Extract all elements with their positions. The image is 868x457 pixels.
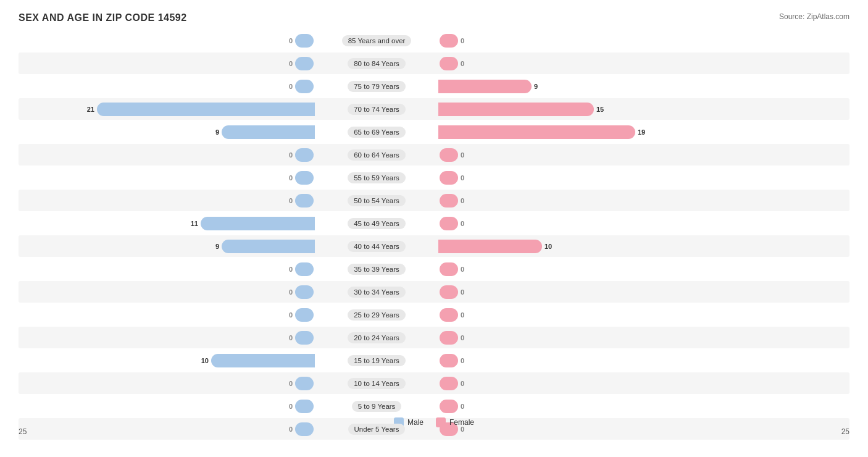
male-bar-zero	[295, 80, 314, 93]
male-bar-zero	[295, 285, 314, 299]
table-row: 1145 to 49 Years0	[19, 212, 849, 234]
female-value-label: 0	[461, 357, 464, 364]
right-bar-area: 10	[438, 235, 735, 257]
right-bar-area: 0	[438, 52, 735, 74]
table-row: 965 to 69 Years19	[19, 121, 849, 143]
female-value-label: 0	[461, 60, 464, 67]
age-label-area: 20 to 24 Years	[315, 332, 438, 343]
male-value-label: 0	[289, 83, 293, 90]
age-label: 45 to 49 Years	[348, 218, 406, 229]
female-value-label: 0	[461, 311, 464, 319]
left-bar-area: 0	[19, 372, 315, 394]
left-bar-area: 0	[19, 327, 315, 348]
left-bar-area: 0	[19, 30, 315, 51]
table-row: 030 to 34 Years0	[19, 281, 849, 303]
left-bar-area: 9	[19, 235, 315, 257]
male-value-label: 0	[289, 334, 293, 342]
left-bar-area: 0	[19, 304, 315, 325]
male-value-label: 0	[289, 197, 293, 204]
right-bar-area: 15	[438, 98, 735, 120]
male-bar-zero	[295, 331, 314, 345]
male-bar-zero	[295, 148, 314, 162]
male-value-label: 11	[191, 220, 198, 227]
table-row: 05 to 9 Years0	[19, 395, 849, 417]
female-bar	[438, 240, 542, 253]
age-label: 5 to 9 Years	[352, 401, 402, 412]
age-label-area: 40 to 44 Years	[315, 241, 438, 252]
age-label: 75 to 79 Years	[348, 81, 406, 92]
male-bar	[211, 354, 315, 367]
male-bar	[222, 240, 315, 253]
male-value-label: 0	[289, 60, 293, 67]
right-bar-area: 0	[438, 144, 735, 166]
table-row: 010 to 14 Years0	[19, 372, 849, 394]
female-bar-zero	[440, 400, 458, 413]
male-value-label: 0	[289, 151, 293, 159]
axis-left-label: 25	[19, 427, 27, 436]
age-label: 40 to 44 Years	[348, 241, 406, 252]
chart-area: 085 Years and over0080 to 84 Years0075 t…	[19, 30, 849, 413]
age-label: 80 to 84 Years	[348, 58, 406, 69]
age-label-area: Under 5 Years	[315, 424, 438, 435]
table-row: 060 to 64 Years0	[19, 144, 849, 166]
female-value-label: 10	[545, 243, 552, 250]
female-bar-zero	[440, 34, 458, 48]
left-bar-area: 0	[19, 395, 315, 417]
female-bar	[438, 103, 594, 116]
female-value-label: 0	[461, 220, 464, 227]
age-label-area: 45 to 49 Years	[315, 218, 438, 229]
age-label-area: 25 to 29 Years	[315, 309, 438, 321]
female-bar-zero	[440, 331, 458, 345]
age-label: 35 to 39 Years	[348, 264, 406, 275]
age-label-area: 15 to 19 Years	[315, 355, 438, 366]
right-bar-area: 0	[438, 281, 735, 303]
age-label: 10 to 14 Years	[348, 378, 406, 389]
female-value-label: 0	[461, 197, 464, 204]
axis-right-label: 25	[841, 427, 849, 436]
source-label: Source: ZipAtlas.com	[779, 12, 849, 21]
female-value-label: 9	[534, 83, 538, 90]
female-value-label: 0	[461, 151, 464, 159]
table-row: 075 to 79 Years9	[19, 75, 849, 97]
female-value-label: 19	[638, 128, 645, 136]
female-bar-zero	[440, 354, 458, 367]
male-bar-zero	[295, 171, 314, 185]
male-bar-zero	[295, 400, 314, 413]
left-bar-area: 11	[19, 212, 315, 234]
age-label: 65 to 69 Years	[348, 127, 406, 138]
female-value-label: 0	[461, 288, 464, 296]
male-value-label: 10	[201, 357, 209, 364]
right-bar-area: 0	[438, 30, 735, 51]
age-label: 85 Years and over	[342, 35, 412, 46]
female-bar-zero	[440, 217, 458, 230]
age-label-area: 60 to 64 Years	[315, 149, 438, 161]
female-value-label: 0	[461, 334, 464, 342]
table-row: 035 to 39 Years0	[19, 258, 849, 280]
male-bar	[201, 217, 315, 230]
left-bar-area: 0	[19, 167, 315, 188]
male-value-label: 0	[289, 311, 293, 319]
age-label-area: 50 to 54 Years	[315, 195, 438, 206]
female-bar-zero	[440, 171, 458, 185]
age-label: Under 5 Years	[348, 424, 406, 435]
female-value-label: 0	[461, 403, 464, 410]
left-bar-area: 0	[19, 190, 315, 211]
table-row: 020 to 24 Years0	[19, 327, 849, 348]
age-label-area: 10 to 14 Years	[315, 378, 438, 389]
left-bar-area: 0	[19, 144, 315, 166]
age-label: 30 to 34 Years	[348, 287, 406, 298]
right-bar-area: 9	[438, 75, 735, 97]
legend-female: Female	[436, 417, 474, 427]
age-label-area: 30 to 34 Years	[315, 287, 438, 298]
chart-container: SEX AND AGE IN ZIP CODE 14592 Source: Zi…	[0, 0, 868, 457]
female-bar	[438, 80, 532, 93]
right-bar-area: 19	[438, 121, 735, 143]
female-bar-zero	[440, 57, 458, 70]
right-bar-area: 0	[438, 372, 735, 394]
age-label-area: 80 to 84 Years	[315, 58, 438, 69]
male-bar-zero	[295, 34, 314, 48]
age-label-area: 70 to 74 Years	[315, 104, 438, 115]
right-bar-area: 0	[438, 327, 735, 348]
age-label-area: 65 to 69 Years	[315, 127, 438, 138]
table-row: 2170 to 74 Years15	[19, 98, 849, 120]
